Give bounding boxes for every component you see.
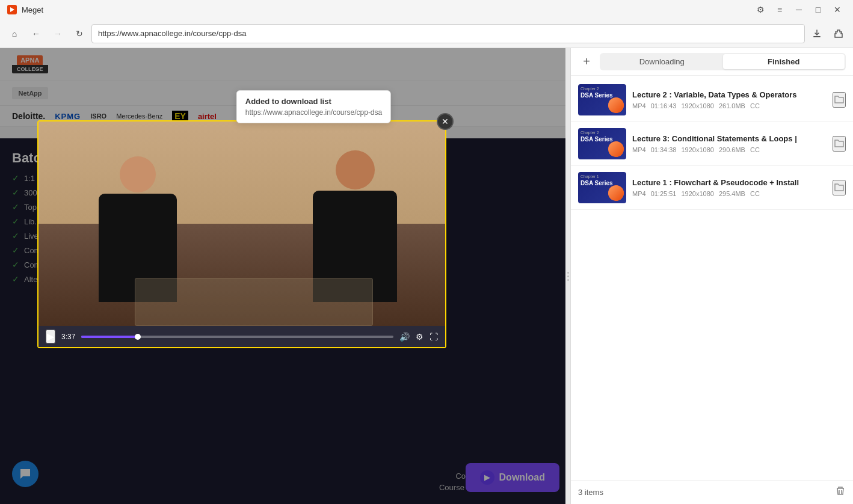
thumbnail-1: Chapter 2 DSA Series bbox=[578, 84, 626, 115]
refresh-button[interactable]: ↻ bbox=[70, 24, 89, 43]
thumbnail-3: Chapter 1 DSA Series bbox=[578, 172, 626, 203]
resize-handle[interactable] bbox=[565, 48, 570, 504]
app-title: Meget bbox=[22, 5, 747, 14]
menu-button[interactable]: ≡ bbox=[771, 4, 788, 16]
item-meta-2: MP4 01:34:38 1920x1080 290.6MB CC bbox=[632, 146, 827, 153]
tab-group: Downloading Finished bbox=[600, 53, 846, 70]
tooltip-url: https://www.apnacollege.in/course/cpp-ds… bbox=[245, 108, 382, 117]
person-left-head bbox=[120, 156, 156, 192]
titlebar: Meget ⚙ ≡ ─ □ ✕ bbox=[0, 0, 853, 19]
video-progress-bar[interactable] bbox=[81, 336, 393, 338]
svg-rect-1 bbox=[813, 36, 821, 37]
item-meta-3: MP4 01:25:51 1920x1080 295.4MB CC bbox=[632, 190, 827, 197]
navbar: ⌂ ← → ↻ https://www.apnacollege.in/cours… bbox=[0, 19, 853, 48]
back-button[interactable]: ← bbox=[26, 24, 46, 43]
video-player: ✕ bbox=[37, 120, 446, 348]
item-info-2: Lecture 3: Conditional Statements & Loop… bbox=[632, 134, 827, 154]
thumbnail-2: Chapter 2 DSA Series bbox=[578, 128, 626, 159]
person-right-head bbox=[336, 150, 375, 189]
forward-button[interactable]: → bbox=[48, 24, 67, 43]
video-time: 3:37 bbox=[61, 333, 75, 341]
window-controls: ⚙ ≡ ─ □ ✕ bbox=[752, 4, 846, 16]
download-manager-panel: + Downloading Finished Chapter 2 DSA Ser… bbox=[570, 48, 853, 504]
item-info-3: Lecture 1 : Flowchart & Pseudocode + Ins… bbox=[632, 178, 827, 198]
video-progress-fill bbox=[81, 336, 137, 338]
volume-icon[interactable]: 🔊 bbox=[399, 332, 410, 342]
download-item: Chapter 2 DSA Series Lecture 3: Conditio… bbox=[571, 122, 853, 166]
svg-marker-0 bbox=[10, 7, 14, 12]
item-meta-1: MP4 01:16:43 1920x1080 261.0MB CC bbox=[632, 102, 827, 109]
maximize-button[interactable]: □ bbox=[810, 4, 827, 16]
main-area: APNA COLLEGE NetApp Deloitte. KPMG ISRO … bbox=[0, 48, 853, 504]
browser-content: APNA COLLEGE NetApp Deloitte. KPMG ISRO … bbox=[0, 48, 565, 504]
settings-button[interactable]: ⚙ bbox=[752, 4, 769, 16]
download-item: Chapter 2 DSA Series Lecture 2 : Variabl… bbox=[571, 78, 853, 122]
open-folder-button-3[interactable] bbox=[833, 180, 846, 195]
download-item: Chapter 1 DSA Series Lecture 1 : Flowcha… bbox=[571, 166, 853, 210]
panel-footer: 3 items bbox=[571, 480, 853, 504]
item-title-2: Lecture 3: Conditional Statements & Loop… bbox=[632, 134, 827, 144]
video-progress-dot bbox=[135, 334, 141, 340]
video-close-button[interactable]: ✕ bbox=[437, 113, 454, 130]
home-button[interactable]: ⌂ bbox=[5, 24, 24, 43]
close-button[interactable]: ✕ bbox=[829, 4, 846, 16]
download-nav-button[interactable] bbox=[807, 24, 827, 43]
item-info-1: Lecture 2 : Variable, Data Types & Opera… bbox=[632, 90, 827, 110]
minimize-button[interactable]: ─ bbox=[790, 4, 807, 16]
add-download-button[interactable]: + bbox=[578, 54, 595, 70]
extension-button[interactable] bbox=[829, 24, 848, 43]
tab-downloading[interactable]: Downloading bbox=[601, 54, 723, 69]
open-folder-button-1[interactable] bbox=[833, 92, 846, 108]
item-title-1: Lecture 2 : Variable, Data Types & Opera… bbox=[632, 90, 827, 100]
open-folder-button-2[interactable] bbox=[833, 136, 846, 152]
play-button[interactable]: ▶ bbox=[46, 330, 55, 343]
webpage: APNA COLLEGE NetApp Deloitte. KPMG ISRO … bbox=[0, 48, 565, 504]
tab-finished[interactable]: Finished bbox=[723, 54, 845, 69]
resize-dots bbox=[567, 272, 569, 281]
download-list: Chapter 2 DSA Series Lecture 2 : Variabl… bbox=[571, 76, 853, 480]
video-frame bbox=[38, 121, 445, 326]
panel-header: + Downloading Finished bbox=[571, 48, 853, 76]
download-tooltip: Added to download list https://www.apnac… bbox=[236, 90, 391, 123]
video-table bbox=[135, 278, 373, 326]
video-controls: ▶ 3:37 🔊 ⚙ ⛶ bbox=[38, 326, 445, 347]
address-bar[interactable]: https://www.apnacollege.in/course/cpp-ds… bbox=[91, 24, 805, 43]
item-title-3: Lecture 1 : Flowchart & Pseudocode + Ins… bbox=[632, 178, 827, 188]
delete-all-button[interactable] bbox=[835, 485, 846, 499]
tooltip-title: Added to download list bbox=[245, 97, 382, 106]
items-count: 3 items bbox=[578, 488, 603, 497]
settings-video-icon[interactable]: ⚙ bbox=[416, 332, 423, 342]
app-icon bbox=[7, 5, 17, 14]
fullscreen-icon[interactable]: ⛶ bbox=[430, 332, 438, 342]
